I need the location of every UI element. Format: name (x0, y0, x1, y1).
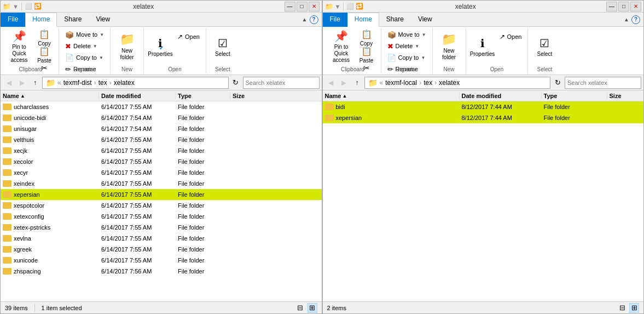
list-item[interactable]: xevlna 6/14/2017 7:55 AM File folder (1, 233, 322, 244)
list-item[interactable]: unisugar 6/14/2017 7:54 AM File folder (1, 123, 322, 134)
maximize-button[interactable]: □ (297, 2, 308, 12)
select-label-right: Select (528, 66, 561, 72)
list-item[interactable]: xunicode 6/14/2017 7:55 AM File folder (1, 255, 322, 266)
ribbon-collapse-right[interactable]: ▲ (624, 16, 629, 22)
col-header-type-right[interactable]: Type (542, 93, 607, 99)
newfolder-button-left[interactable]: 📁 Newfolder (114, 29, 140, 63)
properties-button-right[interactable]: ℹ Properties (469, 29, 496, 63)
help-icon-right[interactable]: ? (631, 15, 640, 24)
moveto-button-left[interactable]: 📦 Move to ▼ (62, 29, 107, 40)
newfolder-label-right: Newfolder (442, 48, 456, 61)
close-button[interactable]: ✕ (309, 2, 320, 12)
col-header-type-left[interactable]: Type (176, 93, 230, 99)
list-item[interactable]: xecyr 6/14/2017 7:55 AM File folder (1, 167, 322, 178)
select-button-right[interactable]: ☑ Select (531, 29, 558, 63)
ribbon-collapse-left[interactable]: ▲ (302, 16, 308, 22)
delete-button-right[interactable]: ✖ Delete ▼ (385, 41, 429, 52)
search-box-right[interactable]: 🔍 (565, 77, 641, 89)
moveto-label: Move to (76, 31, 97, 38)
file-name: xespotcolor (1, 202, 99, 209)
left-status-selected: 1 item selected (42, 305, 82, 311)
file-date: 6/14/2017 7:55 AM (99, 191, 176, 198)
list-item[interactable]: ucharclasses 6/14/2017 7:55 AM File fold… (1, 101, 322, 112)
open-button-right[interactable]: ↗ Open (497, 31, 525, 42)
file-date: 6/14/2017 7:55 AM (99, 180, 176, 187)
copy-button-right[interactable]: 📋 Copy (356, 29, 378, 45)
col-header-date-right[interactable]: Date modified (460, 93, 542, 99)
copyto-button-right[interactable]: 📄 Copy to ▼ (385, 52, 429, 63)
file-name: bidi (323, 104, 460, 110)
file-date: 6/14/2017 7:55 AM (99, 202, 176, 209)
tab-file-left[interactable]: File (1, 13, 25, 27)
list-item[interactable]: xetexconfig 6/14/2017 7:55 AM File folde… (1, 211, 322, 222)
search-input-left[interactable] (246, 79, 321, 86)
copyto-button-left[interactable]: 📄 Copy to ▼ (62, 52, 107, 63)
tab-view-left[interactable]: View (89, 13, 117, 27)
col-header-name-right[interactable]: Name ▲ (323, 93, 460, 99)
select-button-left[interactable]: ☑ Select (210, 29, 236, 63)
moveto-button-right[interactable]: 📦 Move to ▼ (385, 29, 429, 40)
tab-file-right[interactable]: File (323, 13, 347, 27)
folder-icon (3, 191, 11, 198)
folder-icon (3, 169, 11, 176)
left-status-bar: 39 items 1 item selected ⊟ ⊞ (1, 301, 322, 313)
tab-home-left[interactable]: Home (25, 13, 57, 27)
copy-icon-right: 📋 (361, 29, 372, 39)
copyto-icon-right: 📄 (387, 54, 396, 62)
newfolder-button-right[interactable]: 📁 Newfolder (436, 29, 462, 63)
tab-view-right[interactable]: View (411, 13, 439, 27)
list-item[interactable]: xepersian 8/12/2017 7:44 AM File folder (323, 112, 644, 123)
list-item[interactable]: xecjk 6/14/2017 7:55 AM File folder (1, 145, 322, 156)
list-item[interactable]: xecolor 6/14/2017 7:55 AM File folder (1, 156, 322, 167)
refresh-button-left[interactable]: ↻ (230, 77, 242, 89)
left-organize-group: 📦 Move to ▼ ✖ Delete ▼ 📄 Copy to ▼ ✏ Ren… (59, 28, 111, 73)
properties-button-left[interactable]: ℹ ✔ Properties (147, 29, 173, 63)
paste-button-left[interactable]: 📋 Paste (33, 46, 55, 62)
list-item[interactable]: xetex-pstricks 6/14/2017 7:55 AM File fo… (1, 222, 322, 233)
list-item[interactable]: zhspacing 6/14/2017 7:56 AM File folder (1, 266, 322, 277)
list-item[interactable]: xeindex 6/14/2017 7:55 AM File folder (1, 178, 322, 189)
minimize-button[interactable]: — (285, 2, 295, 12)
file-name: xetexconfig (1, 213, 99, 220)
moveto-arrow-right: ▼ (422, 32, 426, 37)
view-list-right[interactable]: ⊞ (629, 303, 639, 313)
tab-share-right[interactable]: Share (379, 13, 411, 27)
help-icon-left[interactable]: ? (310, 15, 318, 24)
col-header-name-left[interactable]: Name ▲ (1, 93, 99, 99)
list-item[interactable]: xepersian 6/14/2017 7:55 AM File folder (1, 189, 322, 200)
view-list-left[interactable]: ⊞ (308, 303, 317, 313)
file-name: xgreek (1, 246, 99, 253)
list-item[interactable]: unicode-bidi 6/14/2017 7:54 AM File fold… (1, 112, 322, 123)
col-header-size-right[interactable]: Size (607, 93, 644, 99)
file-date: 8/12/2017 7:44 AM (460, 115, 542, 121)
left-select-group: ☑ Select Select (206, 28, 239, 73)
clipboard-label-right: Clipboard (325, 66, 381, 72)
search-box-left[interactable]: 🔍 (243, 77, 320, 89)
list-item[interactable]: bidi 8/12/2017 7:44 AM File folder (323, 101, 644, 112)
delete-arrow-right: ▼ (415, 44, 419, 49)
search-input-right[interactable] (567, 79, 643, 86)
copy-button-left[interactable]: 📋 Copy (33, 29, 55, 45)
clipboard-label-left: Clipboard (3, 66, 59, 72)
close-button-right[interactable]: ✕ (630, 2, 641, 12)
col-header-size-left[interactable]: Size (230, 93, 322, 99)
list-item[interactable]: xgreek 6/14/2017 7:55 AM File folder (1, 244, 322, 255)
list-item[interactable]: xespotcolor 6/14/2017 7:55 AM File folde… (1, 200, 322, 211)
tab-share-left[interactable]: Share (57, 13, 89, 27)
properties-label-right: Properties (470, 51, 495, 57)
view-details-right[interactable]: ⊟ (617, 303, 627, 313)
pin-quick-access-button-right[interactable]: 📌 Pin to Quickaccess (328, 29, 355, 63)
delete-button-left[interactable]: ✖ Delete ▼ (62, 41, 107, 52)
pin-quick-access-button[interactable]: 📌 Pin to Quickaccess (6, 29, 32, 63)
folder-icon (3, 235, 11, 242)
col-header-date-left[interactable]: Date modified (99, 93, 176, 99)
minimize-button-right[interactable]: — (606, 2, 617, 12)
paste-button-right[interactable]: 📋 Paste (356, 46, 378, 62)
open-button-left[interactable]: ↗ Open (175, 31, 202, 42)
file-name: xevlna (1, 235, 99, 242)
maximize-button-right[interactable]: □ (618, 2, 629, 12)
tab-home-right[interactable]: Home (347, 13, 379, 27)
refresh-button-right[interactable]: ↻ (552, 77, 564, 89)
view-details-left[interactable]: ⊟ (295, 303, 305, 313)
list-item[interactable]: velthuis 6/14/2017 7:55 AM File folder (1, 134, 322, 145)
